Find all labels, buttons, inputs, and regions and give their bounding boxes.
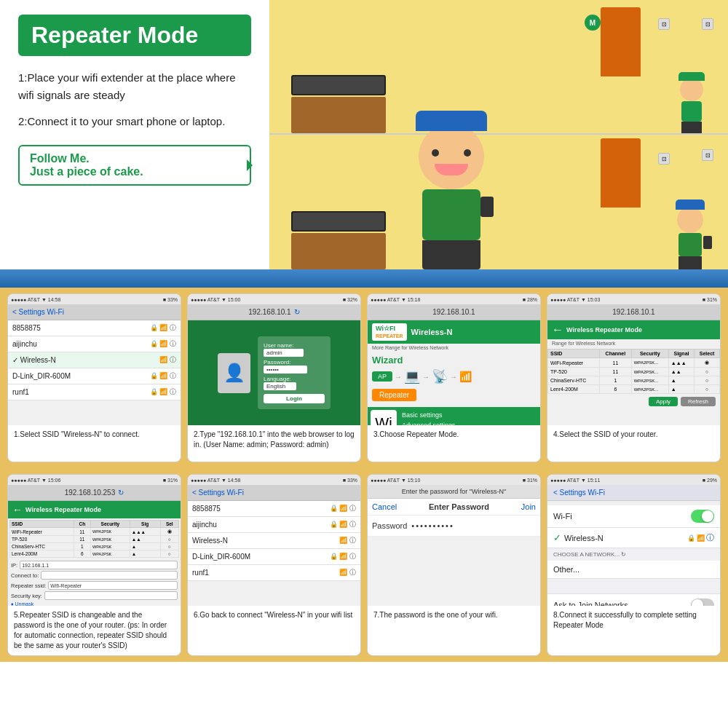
- ssid-sec: WPA2PSK...: [631, 376, 668, 385]
- repeater-button[interactable]: Repeater: [372, 389, 416, 401]
- rep-radio[interactable]: ○: [160, 550, 178, 558]
- refresh-icon[interactable]: ↻: [294, 308, 300, 316]
- col-sel: Sel: [160, 521, 178, 528]
- cancel-button-7[interactable]: Cancel: [372, 502, 397, 511]
- main-title: Repeater Mode: [18, 15, 251, 56]
- ssid-ch: 1: [600, 376, 632, 385]
- phone-caption-3: 3.Choose Repeater Mode.: [368, 425, 540, 462]
- rep-ssid-input[interactable]: Wifi-Repeater: [48, 581, 178, 590]
- wifi-item[interactable]: aijinchu 🔒 📶 ⓘ: [8, 336, 181, 352]
- refresh-button[interactable]: Refresh: [681, 397, 716, 406]
- ssid-radio[interactable]: ○: [695, 368, 720, 376]
- rep-sec: WPA2PSK: [91, 536, 130, 543]
- status-bar-7: ●●●●● AT&T ▼ 15:10 ■ 31%: [368, 475, 540, 485]
- refresh-icon-5[interactable]: ↻: [118, 489, 124, 497]
- form-row-ip: IP: 192.168.1.1: [11, 561, 178, 569]
- nav-bar-1: < Settings Wi-Fi: [8, 304, 181, 320]
- phone-screen-3: ●●●●● AT&T ▼ 15:18 ■ 28% 192.168.10.1 Wi…: [368, 294, 540, 425]
- wifi-item-selected[interactable]: ✓ Wireless-N 📶 ⓘ: [8, 352, 181, 368]
- phone-caption-8: 8.Connect it successfully to complete se…: [547, 606, 720, 642]
- wifi-icons: 🔒 📶 ⓘ: [330, 552, 356, 561]
- ssid-sig: ▲: [668, 385, 694, 394]
- checkmark-icon: ✓: [553, 532, 561, 543]
- step1-text: 1:Place your wifi extender at the place …: [18, 69, 251, 104]
- ask-join-toggle[interactable]: [691, 599, 714, 606]
- main-container: Repeater Mode 1:Place your wifi extender…: [0, 0, 728, 707]
- login-area: 👤 User name: admin Password: •••••• Lang…: [188, 320, 360, 425]
- wifi-item[interactable]: D-Link_DIR-600M 🔒 📶 ⓘ: [8, 368, 181, 384]
- ssid-radio[interactable]: ○: [695, 376, 720, 385]
- wifi-item[interactable]: runf1 🔒 📶 ⓘ: [8, 384, 181, 400]
- rep-radio[interactable]: ◉: [160, 528, 178, 536]
- wifi-item[interactable]: D-Link_DIR-600M 🔒 📶 ⓘ: [188, 549, 360, 565]
- rep-header-5: ← Wireless Repeater Mode: [8, 501, 181, 518]
- ap-button[interactable]: AP: [372, 371, 392, 382]
- ssid-ch: 11: [600, 358, 632, 368]
- advanced-settings-link[interactable]: Advanced settings: [399, 420, 459, 425]
- key-label: Security key:: [11, 593, 42, 599]
- wifi-item[interactable]: 8858875 🔒 📶 ⓘ: [188, 501, 360, 517]
- phone-card-4: ●●●●● AT&T ▼ 15:03 ■ 31% 192.168.10.1 ← …: [547, 293, 721, 462]
- nav-bar-2: 192.168.10.1 ↻: [188, 304, 360, 320]
- ssid-sec: WPA2PSK...: [631, 358, 668, 368]
- rep-ch: 11: [74, 528, 91, 536]
- join-button-7[interactable]: Join: [521, 502, 536, 511]
- info-icon[interactable]: ⓘ: [706, 532, 714, 543]
- carrier-5: ●●●●● AT&T ▼ 15:06: [11, 478, 60, 483]
- rep-radio[interactable]: ○: [160, 543, 178, 550]
- login-button[interactable]: Login: [264, 394, 325, 403]
- password-value-7: ••••••••••: [411, 521, 454, 530]
- wifi-icons: 📶 ⓘ: [339, 568, 356, 577]
- enter-password-title: Enter Password: [429, 502, 489, 511]
- settings-area: Wi Basic settings Advanced settings: [368, 407, 540, 425]
- phone-screen-8: ●●●●● AT&T ▼ 15:11 ■ 29% < Settings Wi-F…: [547, 475, 720, 606]
- wifi-item[interactable]: runf1 📶 ⓘ: [188, 565, 360, 581]
- rep-ssid-label: Repeater ssid:: [11, 582, 46, 589]
- wifi-icons: 📶 ⓘ: [339, 536, 356, 545]
- wifi-name: aijinchu: [12, 340, 37, 348]
- battery-4: ■ 31%: [703, 297, 717, 302]
- ask-join-row[interactable]: Ask to Join Networks: [547, 593, 720, 606]
- form-row-key: Security key:: [11, 591, 178, 600]
- ssid-sig: ▲▲▲: [668, 358, 694, 368]
- rep-sig: ▲: [130, 543, 160, 550]
- rep-sec: WPA2PSK: [91, 543, 130, 550]
- nav-bar-4: 192.168.10.1: [547, 304, 720, 320]
- follow-me-box: Follow Me.Just a piece of cake.: [18, 145, 251, 186]
- ssid-name: ChinaServ-HTC: [548, 376, 600, 385]
- nav-url-2: 192.168.10.1: [248, 308, 290, 316]
- apply-button[interactable]: Apply: [649, 397, 678, 406]
- unmask-link[interactable]: ♦ Unmask: [11, 601, 178, 606]
- ssid-name: Lenr4-200M: [548, 385, 600, 394]
- rep-ssid: TP-520: [10, 536, 74, 543]
- wifi-item[interactable]: Wireless-N 📶 ⓘ: [188, 533, 360, 549]
- rep-sec: WPA2PSK: [91, 528, 130, 536]
- phone-card-8: ●●●●● AT&T ▼ 15:11 ■ 29% < Settings Wi-F…: [547, 474, 721, 656]
- ssid-radio[interactable]: ◉: [695, 358, 720, 368]
- carrier-1: ●●●●● AT&T ▼ 14:58: [11, 297, 60, 302]
- connect-input[interactable]: [41, 571, 178, 580]
- other-networks-row[interactable]: Other...: [547, 561, 720, 579]
- battery-6: ■ 33%: [343, 478, 357, 483]
- ip-input[interactable]: 192.168.1.1: [20, 561, 178, 569]
- wifi-item[interactable]: aijinchu 🔒 📶 ⓘ: [188, 517, 360, 533]
- rep-ch: 6: [74, 550, 91, 558]
- key-input[interactable]: [44, 591, 178, 600]
- basic-settings-link[interactable]: Basic settings: [399, 410, 459, 420]
- wifi-name: D-Link_DIR-600M: [12, 372, 71, 380]
- battery-1: ■ 33%: [163, 297, 178, 302]
- room-bottom: ⊡ ⊡: [269, 135, 728, 269]
- password-field-row: Password ••••••••••: [368, 516, 540, 537]
- phone-screen-7: ●●●●● AT&T ▼ 15:10 ■ 31% Enter the passw…: [368, 475, 540, 606]
- illustration-area: ⊡ M ⊡: [269, 0, 728, 269]
- phone-card-7: ●●●●● AT&T ▼ 15:10 ■ 31% Enter the passw…: [367, 474, 541, 656]
- wifi-item[interactable]: 8858875 🔒 📶 ⓘ: [8, 320, 181, 336]
- ssid-sec: WPA2PSK...: [631, 368, 668, 376]
- ios-wifi-content: Wi-Fi ✓ Wireless-N 🔒 📶: [547, 505, 720, 606]
- rep-radio[interactable]: ○: [160, 536, 178, 543]
- connected-network-row[interactable]: ✓ Wireless-N 🔒 📶 ⓘ: [547, 528, 720, 548]
- wifi-icons: 🔒 📶 ⓘ: [150, 323, 176, 333]
- ssid-radio[interactable]: ○: [695, 385, 720, 394]
- wifi-list-1: 8858875 🔒 📶 ⓘ aijinchu 🔒 📶 ⓘ ✓ Wireless-…: [8, 320, 181, 400]
- wifi-toggle[interactable]: [691, 510, 714, 523]
